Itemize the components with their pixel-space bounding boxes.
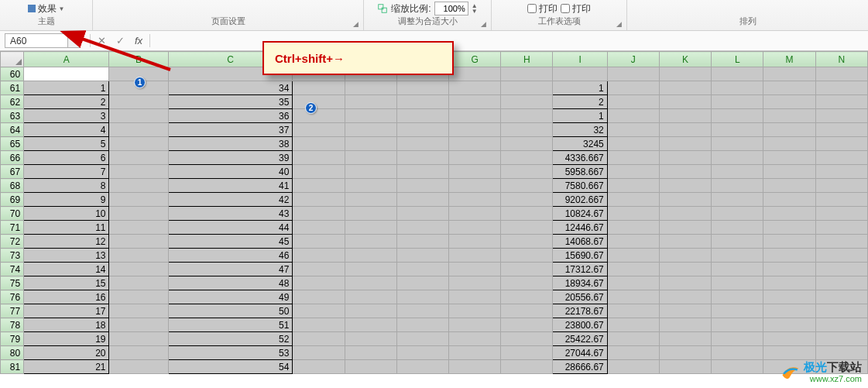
cell-J68[interactable] [607,179,659,193]
row-header[interactable]: 62 [1,95,24,109]
cell-M76[interactable] [763,290,815,304]
cell-L78[interactable] [712,318,763,332]
cell-D60[interactable] [293,67,345,81]
cell-C81[interactable]: 54 [168,360,293,374]
cell-B75[interactable] [109,276,168,290]
cell-J65[interactable] [607,137,659,151]
cell-H72[interactable] [501,235,553,249]
cell-L63[interactable] [712,109,763,123]
cell-B78[interactable] [109,318,168,332]
row-header[interactable]: 63 [1,109,24,123]
row-header[interactable]: 61 [1,81,24,95]
cell-B71[interactable] [109,221,168,235]
cell-L64[interactable] [712,123,763,137]
cell-E79[interactable] [345,332,396,346]
column-header-J[interactable]: J [607,52,659,67]
cell-D81[interactable] [293,360,345,374]
row-header[interactable]: 65 [1,137,24,151]
cell-F65[interactable] [396,137,448,151]
cell-F80[interactable] [396,346,448,360]
cell-N65[interactable] [815,137,867,151]
cell-D67[interactable] [293,165,345,179]
cell-A77[interactable]: 17 [24,304,109,318]
cell-G62[interactable] [449,95,501,109]
cell-L68[interactable] [712,179,763,193]
cell-K68[interactable] [659,179,711,193]
cell-I69[interactable]: 9202.667 [553,193,607,207]
cell-K64[interactable] [659,123,711,137]
cell-N77[interactable] [815,304,867,318]
cell-J69[interactable] [607,193,659,207]
cell-G64[interactable] [449,123,501,137]
cell-G67[interactable] [449,165,501,179]
cell-L72[interactable] [712,235,763,249]
column-header-B[interactable]: B [109,52,168,67]
cell-E78[interactable] [345,318,396,332]
cell-I66[interactable]: 4336.667 [553,151,607,165]
cell-M71[interactable] [763,221,815,235]
cell-K65[interactable] [659,137,711,151]
cell-I75[interactable]: 18934.67 [553,276,607,290]
cell-B62[interactable] [109,95,168,109]
cell-B63[interactable] [109,109,168,123]
cell-E76[interactable] [345,290,396,304]
cell-K74[interactable] [659,263,711,276]
row-header[interactable]: 80 [1,346,24,360]
cell-A74[interactable]: 14 [24,263,109,276]
cell-J60[interactable] [607,67,659,81]
cell-A81[interactable]: 21 [24,360,109,374]
cell-M62[interactable] [763,95,815,109]
cell-A65[interactable]: 5 [24,137,109,151]
row-header[interactable]: 79 [1,332,24,346]
column-header-C[interactable]: C [168,52,293,67]
cell-F66[interactable] [396,151,448,165]
cell-B60[interactable] [109,67,168,81]
cell-E61[interactable] [345,81,396,95]
cell-F62[interactable] [396,95,448,109]
cell-K78[interactable] [659,318,711,332]
cell-G76[interactable] [449,290,501,304]
cell-F70[interactable] [396,207,448,221]
cell-E67[interactable] [345,165,396,179]
cell-N74[interactable] [815,263,867,276]
cell-F61[interactable] [396,81,448,95]
cell-C73[interactable]: 46 [168,249,293,263]
cell-H77[interactable] [501,304,553,318]
cell-A72[interactable]: 12 [24,235,109,249]
column-header-M[interactable]: M [763,52,815,67]
cell-K72[interactable] [659,235,711,249]
dialog-launcher-icon[interactable]: ◢ [481,20,489,28]
cell-A64[interactable]: 4 [24,123,109,137]
cell-J79[interactable] [607,332,659,346]
cell-L69[interactable] [712,193,763,207]
cell-D77[interactable] [293,304,345,318]
cell-B61[interactable] [109,81,168,95]
cell-N62[interactable] [815,95,867,109]
cell-E60[interactable] [345,67,396,81]
cell-H71[interactable] [501,221,553,235]
cell-E72[interactable] [345,235,396,249]
column-header-E[interactable]: E [345,52,396,67]
cell-J72[interactable] [607,235,659,249]
cell-D69[interactable] [293,193,345,207]
cell-E81[interactable] [345,360,396,374]
cell-E74[interactable] [345,263,396,276]
cell-K77[interactable] [659,304,711,318]
cell-H68[interactable] [501,179,553,193]
cell-F73[interactable] [396,249,448,263]
row-header[interactable]: 77 [1,304,24,318]
cell-F67[interactable] [396,165,448,179]
cell-E65[interactable] [345,137,396,151]
cell-L73[interactable] [712,249,763,263]
cell-E80[interactable] [345,346,396,360]
cell-M69[interactable] [763,193,815,207]
cell-J77[interactable] [607,304,659,318]
cell-K75[interactable] [659,276,711,290]
cell-N61[interactable] [815,81,867,95]
cell-H75[interactable] [501,276,553,290]
cell-K60[interactable] [659,67,711,81]
row-header[interactable]: 64 [1,123,24,137]
cell-M70[interactable] [763,207,815,221]
cell-I77[interactable]: 22178.67 [553,304,607,318]
cell-N69[interactable] [815,193,867,207]
